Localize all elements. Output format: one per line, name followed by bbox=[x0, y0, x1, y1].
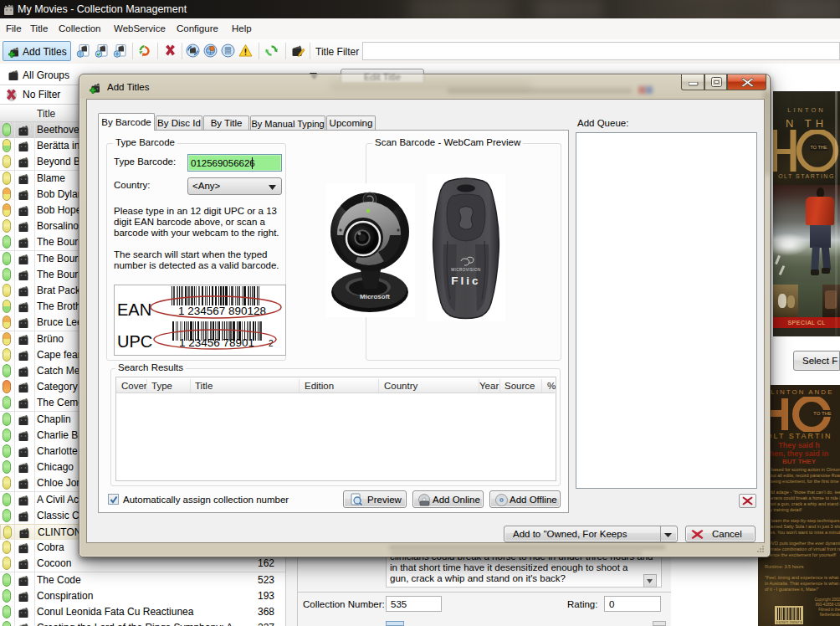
svg-text:UPC: UPC bbox=[117, 332, 152, 351]
svg-text:1 23456 78901: 1 23456 78901 bbox=[179, 336, 254, 349]
svg-text:Microsoft: Microsoft bbox=[360, 293, 390, 300]
svg-text:MICROVISION: MICROVISION bbox=[451, 268, 480, 272]
svg-text:1 234567 890128: 1 234567 890128 bbox=[178, 305, 266, 317]
svg-text:EAN: EAN bbox=[117, 300, 151, 319]
svg-text:4 623471 234567 8: 4 623471 234567 8 bbox=[776, 621, 802, 624]
svg-text:Flic: Flic bbox=[451, 275, 480, 287]
